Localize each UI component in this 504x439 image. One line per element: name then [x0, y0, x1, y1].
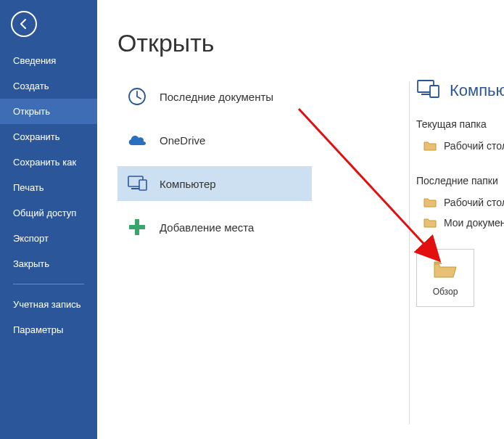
svg-rect-8: [430, 86, 439, 97]
computer-icon: [416, 78, 441, 102]
source-list: Последние документы OneDrive Компьютер: [117, 79, 312, 245]
nav-export[interactable]: Экспорт: [0, 226, 97, 251]
page-title: Открыть: [117, 29, 504, 57]
vertical-divider: [409, 81, 410, 424]
folder-icon: [424, 218, 437, 228]
browse-button[interactable]: Обзор: [416, 249, 474, 307]
folder-recent-0[interactable]: Рабочий стол: [416, 192, 504, 213]
browse-label: Обзор: [433, 287, 458, 297]
back-button[interactable]: [11, 11, 37, 37]
source-add-place-label: Добавление места: [160, 221, 254, 234]
source-onedrive-label: OneDrive: [160, 134, 205, 147]
folder-label: Мои документы: [444, 217, 504, 229]
cloud-icon: [126, 129, 148, 151]
folder-open-icon: [433, 260, 458, 281]
svg-rect-5: [129, 225, 145, 229]
computer-icon: [126, 173, 148, 194]
nav-new[interactable]: Создать: [0, 73, 97, 99]
source-recent[interactable]: Последние документы: [117, 79, 312, 114]
nav-close[interactable]: Закрыть: [0, 251, 97, 276]
nav-share[interactable]: Общий доступ: [0, 200, 97, 226]
svg-rect-2: [131, 188, 140, 189]
source-computer[interactable]: Компьютер: [117, 166, 312, 201]
folder-current-0[interactable]: Рабочий стол: [416, 136, 504, 156]
nav-save-as[interactable]: Сохранить как: [0, 149, 97, 175]
plus-icon: [126, 216, 148, 238]
svg-rect-3: [139, 180, 146, 190]
arrow-left-icon: [17, 17, 30, 30]
main-area: Открыть Последние документы OneDrive: [97, 0, 504, 439]
clock-icon: [126, 86, 148, 107]
current-folder-title: Текущая папка: [416, 118, 504, 130]
source-computer-label: Компьютер: [160, 178, 216, 190]
nav-save[interactable]: Сохранить: [0, 124, 97, 149]
recent-folders-title: Последние папки: [416, 175, 504, 186]
folder-label: Рабочий стол: [444, 140, 504, 152]
source-onedrive[interactable]: OneDrive: [117, 123, 312, 157]
backstage-sidebar: Сведения Создать Открыть Сохранить Сохра…: [0, 0, 97, 439]
source-add-place[interactable]: Добавление места: [117, 210, 312, 245]
nav-divider: [13, 284, 84, 284]
nav-options[interactable]: Параметры: [0, 317, 97, 342]
nav-open[interactable]: Открыть: [0, 99, 97, 124]
folder-icon: [424, 141, 437, 151]
nav-info[interactable]: Сведения: [0, 48, 97, 73]
folder-recent-1[interactable]: Мои документы: [416, 213, 504, 233]
svg-rect-7: [421, 94, 430, 95]
pane-header-label: Компьютер: [450, 81, 504, 100]
location-pane: Компьютер Текущая папка Рабочий стол Пос…: [416, 78, 504, 307]
nav-print[interactable]: Печать: [0, 175, 97, 200]
pane-header: Компьютер: [416, 78, 504, 102]
nav-account[interactable]: Учетная запись: [0, 292, 97, 317]
source-recent-label: Последние документы: [160, 91, 273, 103]
folder-icon: [424, 197, 437, 208]
folder-label: Рабочий стол: [444, 197, 504, 208]
